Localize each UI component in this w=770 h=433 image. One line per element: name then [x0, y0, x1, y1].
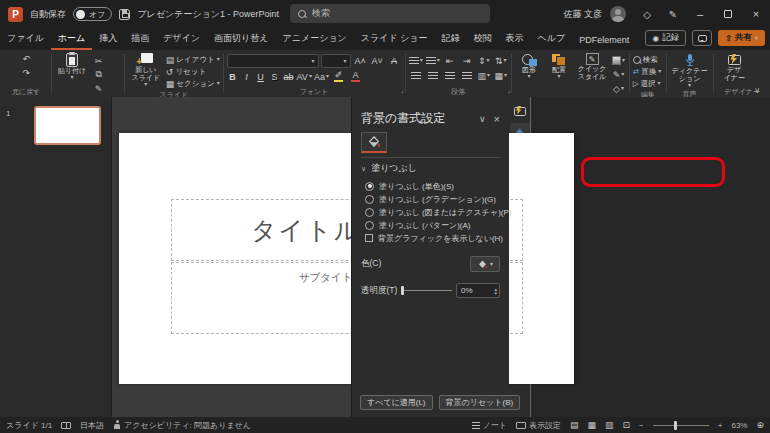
select-button[interactable]: ▷選択▾	[633, 78, 661, 89]
avatar[interactable]	[610, 6, 626, 22]
display-settings-button[interactable]: 表示設定	[516, 420, 561, 431]
change-case-button[interactable]: Aa▾	[314, 70, 329, 83]
shape-effects-button[interactable]: ◇▾	[611, 82, 626, 95]
fill-gradient-radio[interactable]: 塗りつぶし (グラデーション)(G)	[365, 193, 500, 205]
autosave-toggle[interactable]: オフ	[73, 7, 112, 21]
shrink-font-button[interactable]: A˅	[370, 55, 385, 68]
shapes-button[interactable]: 図形▾	[515, 52, 543, 79]
section-button[interactable]: ▦セクション▾	[166, 78, 220, 89]
zoom-in-button[interactable]: +	[718, 421, 723, 430]
zoom-slider[interactable]	[653, 421, 709, 430]
align-left-button[interactable]	[408, 69, 423, 82]
clear-formatting-button[interactable]: A	[387, 55, 402, 68]
slide-sorter-view-button[interactable]: ▦	[588, 420, 597, 430]
decrease-indent-button[interactable]: ⇤	[442, 54, 457, 67]
strikethrough-button[interactable]: ab	[283, 72, 295, 82]
tab-animations[interactable]: アニメーション	[276, 28, 354, 50]
tab-slideshow[interactable]: スライド ショー	[354, 28, 435, 50]
tab-file[interactable]: ファイル	[0, 28, 51, 50]
pane-options-chevron-icon[interactable]: ∨	[479, 114, 486, 124]
tab-insert[interactable]: 挿入	[92, 28, 124, 50]
color-picker-button[interactable]: ▾	[470, 256, 500, 272]
record-button[interactable]: ◉ 記録	[645, 30, 686, 46]
character-spacing-button[interactable]: AV▾	[297, 70, 312, 83]
transparency-slider[interactable]	[401, 286, 452, 295]
slideshow-button[interactable]: ⊡	[623, 420, 631, 430]
font-size-select[interactable]: ▾	[321, 54, 351, 68]
bold-button[interactable]: B	[227, 72, 239, 82]
shape-fill-button[interactable]: ▾	[611, 54, 626, 67]
tab-draw[interactable]: 描画	[124, 28, 156, 50]
fill-pattern-radio[interactable]: 塗りつぶし (パターン)(A)	[365, 219, 500, 231]
quick-styles-button[interactable]: ✎ クイック スタイル	[575, 52, 609, 81]
tab-pdfelement[interactable]: PDFelement	[572, 31, 636, 50]
tab-review[interactable]: 校閲	[467, 28, 499, 50]
normal-view-button[interactable]: ▤	[570, 420, 579, 430]
underline-button[interactable]: U	[255, 72, 267, 82]
text-shadow-button[interactable]: S	[269, 72, 281, 82]
highlight-color-button[interactable]: ✐	[331, 70, 346, 83]
tab-help[interactable]: ヘルプ	[531, 28, 573, 50]
cut-button[interactable]: ✂	[91, 54, 106, 67]
spinner-arrows-icon[interactable]: ▴▾	[494, 287, 497, 295]
collapse-ribbon-icon[interactable]: ∨	[754, 86, 760, 95]
pen-settings-icon[interactable]: ✎	[660, 9, 686, 20]
reset-button[interactable]: ↺リセット	[166, 66, 220, 77]
close-button[interactable]: ×	[742, 0, 770, 28]
new-slide-button[interactable]: + 新しい スライド ▾	[128, 52, 164, 87]
reset-background-button[interactable]: 背景のリセット(B)	[439, 395, 521, 410]
fill-solid-radio[interactable]: 塗りつぶし (単色)(S)	[365, 180, 500, 192]
designer-pane-icon[interactable]	[513, 105, 527, 117]
paste-button[interactable]: 貼り付け ▾	[55, 52, 89, 80]
align-right-button[interactable]	[442, 69, 457, 82]
fill-tab[interactable]	[361, 132, 387, 153]
maximize-button[interactable]	[714, 0, 742, 28]
replace-button[interactable]: ⇄置換▾	[633, 66, 661, 77]
dialog-launcher-icon[interactable]: ⌟	[401, 86, 404, 93]
fill-section-header[interactable]: ∨ 塗りつぶし	[361, 162, 500, 175]
grow-font-button[interactable]: A˄	[353, 55, 368, 68]
dialog-launcher-icon[interactable]: ⌟	[507, 86, 510, 93]
find-button[interactable]: 検索	[633, 54, 661, 65]
zoom-out-button[interactable]: −	[639, 421, 644, 430]
pane-close-icon[interactable]: ×	[494, 113, 500, 125]
share-button[interactable]: ⇧ 共有 ▾	[718, 30, 765, 46]
fit-to-window-icon[interactable]: ⊕	[756, 420, 764, 430]
align-center-button[interactable]	[425, 69, 440, 82]
copy-button[interactable]: ⧉	[91, 68, 106, 81]
tab-view[interactable]: 表示	[499, 28, 531, 50]
reading-view-button[interactable]: ▥	[605, 420, 614, 430]
arrange-button[interactable]: 配置▾	[545, 52, 573, 79]
tab-transitions[interactable]: 画面切り替え	[207, 28, 275, 50]
zoom-level[interactable]: 63%	[731, 421, 747, 430]
layout-button[interactable]: ▤レイアウト▾	[166, 54, 220, 65]
comments-button[interactable]	[692, 30, 712, 46]
text-direction-button[interactable]: ⇅▾	[493, 54, 508, 67]
increase-indent-button[interactable]: ⇥	[459, 54, 474, 67]
tab-design[interactable]: デザイン	[156, 28, 207, 50]
language-indicator[interactable]: 日本語	[80, 420, 104, 431]
search-input[interactable]: 検索	[290, 4, 490, 23]
zoom-slider-handle[interactable]	[674, 421, 677, 430]
designer-button[interactable]: デザ イナー	[716, 52, 752, 82]
transparency-spinbox[interactable]: 0% ▴▾	[456, 283, 500, 298]
spellcheck-icon[interactable]	[61, 422, 71, 429]
bullets-button[interactable]: ▾	[408, 54, 423, 67]
numbering-button[interactable]: ▾	[425, 54, 440, 67]
fill-picture-radio[interactable]: 塗りつぶし (図またはテクスチャ)(P)	[365, 206, 500, 218]
dictation-button[interactable]: ディクテー ション▾	[670, 52, 710, 88]
minimize-button[interactable]: –	[686, 0, 714, 28]
tab-record[interactable]: 記録	[435, 28, 467, 50]
save-icon[interactable]	[119, 9, 130, 20]
font-color-button[interactable]: A	[348, 70, 363, 83]
tab-home[interactable]: ホーム	[51, 28, 92, 50]
hide-background-graphics-checkbox[interactable]: 背景グラフィックを表示しない(H)	[365, 232, 500, 244]
slider-handle[interactable]	[401, 286, 404, 295]
columns-button[interactable]: ▥▾	[476, 69, 491, 82]
gem-icon[interactable]: ◇	[634, 9, 660, 20]
line-spacing-button[interactable]: ⇕▾	[476, 54, 491, 67]
font-name-select[interactable]: ▾	[227, 54, 319, 68]
notes-button[interactable]: ノート	[472, 420, 507, 431]
italic-button[interactable]: I	[241, 72, 253, 82]
redo-button[interactable]: ↷	[19, 66, 34, 79]
